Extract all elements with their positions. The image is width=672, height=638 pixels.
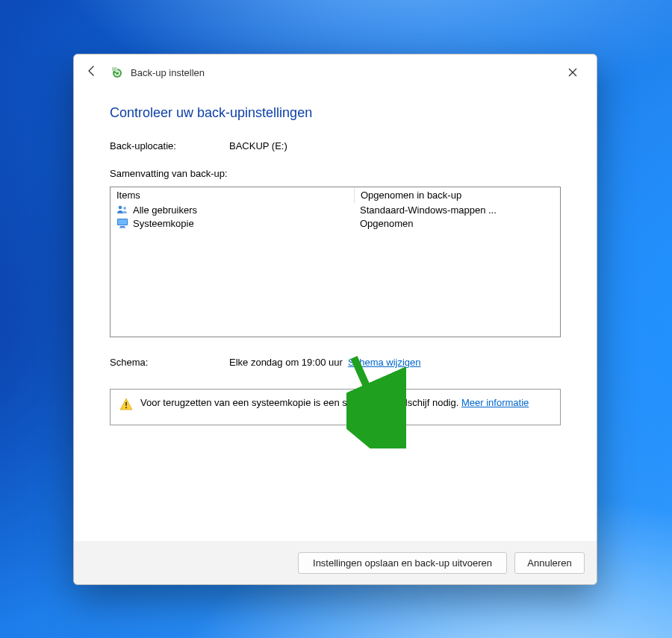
table-cell-item: Alle gebruikers: [133, 204, 197, 216]
table-row[interactable]: Alle gebruikers Standaard-Windows-mappen…: [111, 203, 560, 216]
summary-table-header: Items Opgenomen in back-up: [111, 187, 560, 203]
dialog-footer: Instellingen opslaan en back-up uitvoere…: [74, 541, 597, 584]
schedule-value: Elke zondag om 19:00 uur: [229, 357, 343, 368]
backup-location-label: Back-uplocatie:: [110, 140, 229, 151]
schedule-row: Schema: Elke zondag om 19:00 uur Schema …: [110, 357, 561, 368]
titlebar: Back-up instellen: [74, 54, 597, 90]
svg-point-2: [119, 206, 122, 210]
svg-point-9: [125, 407, 127, 408]
svg-point-3: [123, 207, 126, 210]
cancel-button[interactable]: Annuleren: [514, 552, 585, 574]
dialog-content: Controleer uw back-upinstellingen Back-u…: [74, 90, 597, 541]
backup-location-value: BACKUP (E:): [229, 140, 561, 151]
notice-text-wrap: Voor terugzetten van een systeemkopie is…: [140, 397, 529, 411]
back-button[interactable]: [84, 65, 99, 80]
svg-rect-6: [120, 226, 125, 228]
backup-settings-dialog: Back-up instellen Controleer uw back-upi…: [73, 54, 597, 585]
users-icon: [116, 204, 128, 216]
table-cell-item: Systeemkopie: [133, 218, 194, 229]
system-image-notice: Voor terugzetten van een systeemkopie is…: [110, 389, 561, 425]
summary-table: Items Opgenomen in back-up: [110, 187, 561, 337]
svg-rect-8: [125, 402, 127, 407]
backup-icon: [110, 65, 125, 80]
change-schedule-link[interactable]: Schema wijzigen: [348, 357, 421, 368]
table-cell-included: Standaard-Windows-mappen ...: [360, 204, 497, 216]
backup-location-row: Back-uplocatie: BACKUP (E:): [110, 140, 561, 151]
table-cell-included: Opgenomen: [360, 218, 414, 229]
summary-col-included[interactable]: Opgenomen in back-up: [355, 187, 560, 203]
close-button[interactable]: [559, 62, 586, 83]
svg-rect-1: [112, 67, 116, 71]
save-and-run-button[interactable]: Instellingen opslaan en back-up uitvoere…: [298, 552, 507, 574]
more-info-link[interactable]: Meer informatie: [461, 397, 529, 408]
monitor-icon: [116, 217, 128, 229]
warning-icon: [119, 398, 133, 411]
summary-col-items[interactable]: Items: [111, 187, 355, 203]
notice-text: Voor terugzetten van een systeemkopie is…: [140, 397, 461, 408]
schedule-label: Schema:: [110, 357, 229, 368]
svg-rect-7: [119, 228, 125, 228]
page-heading: Controleer uw back-upinstellingen: [110, 105, 561, 121]
table-row[interactable]: Systeemkopie Opgenomen: [111, 216, 560, 230]
dialog-title: Back-up instellen: [131, 67, 205, 78]
summary-label: Samenvatting van back-up:: [110, 168, 561, 179]
svg-rect-5: [118, 219, 127, 225]
